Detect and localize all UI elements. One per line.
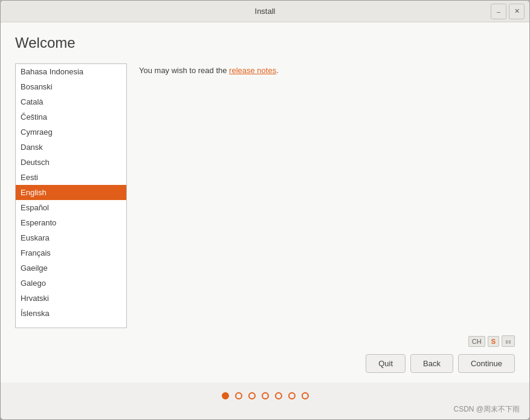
language-item-gaeilge[interactable]: Gaeilge	[16, 260, 126, 276]
language-item-bahasa-indonesia[interactable]: Bahasa Indonesia	[16, 64, 126, 79]
language-item-catala[interactable]: Català	[16, 94, 126, 109]
progress-dot-3	[262, 392, 269, 399]
window-title: Install	[255, 7, 276, 16]
language-item-eesti[interactable]: Eesti	[16, 170, 126, 185]
bottom-area: CH S ⚏ Quit Back Continue	[15, 328, 515, 373]
main-area: Bahasa IndonesiaBosanskiCatalàČeštinaCym…	[15, 63, 515, 328]
language-item-hrvatski[interactable]: Hrvatski	[16, 291, 126, 306]
window-controls: – ✕	[491, 4, 525, 19]
language-item-deutsch[interactable]: Deutsch	[16, 155, 126, 170]
language-item-cestina[interactable]: Čeština	[16, 109, 126, 124]
language-item-espanol[interactable]: Español	[16, 200, 126, 215]
ch-icon[interactable]: CH	[468, 336, 485, 347]
grid-icon[interactable]: ⚏	[502, 335, 515, 347]
main-content: Welcome Bahasa IndonesiaBosanskiCatalàČe…	[1, 22, 529, 383]
taskbar-icons: CH S ⚏	[468, 335, 515, 347]
info-text-after: .	[276, 66, 279, 75]
right-panel: You may wish to read the release notes.	[139, 63, 515, 328]
minimize-button[interactable]: –	[491, 4, 506, 19]
progress-dot-5	[288, 392, 296, 399]
info-text-before: You may wish to read the	[139, 66, 229, 75]
page-title: Welcome	[15, 34, 515, 51]
progress-dot-4	[275, 392, 282, 399]
close-icon: ✕	[514, 7, 520, 15]
progress-dot-1	[235, 392, 242, 399]
language-list[interactable]: Bahasa IndonesiaBosanskiCatalàČeštinaCym…	[15, 63, 127, 328]
progress-dot-2	[248, 392, 256, 399]
close-button[interactable]: ✕	[509, 4, 525, 19]
s-icon[interactable]: S	[488, 336, 499, 347]
progress-dots	[1, 383, 529, 404]
language-item-bosanski[interactable]: Bosanski	[16, 79, 126, 94]
language-item-english[interactable]: English	[16, 185, 126, 200]
quit-button[interactable]: Quit	[366, 354, 406, 373]
titlebar: Install – ✕	[1, 1, 529, 22]
language-item-euskara[interactable]: Euskara	[16, 230, 126, 245]
info-text: You may wish to read the release notes.	[139, 66, 515, 75]
language-item-cymraeg[interactable]: Cymraeg	[16, 124, 126, 140]
progress-dot-6	[302, 392, 309, 399]
language-item-galego[interactable]: Galego	[16, 276, 126, 291]
watermark: CSDN @周末不下雨	[1, 404, 529, 419]
language-item-francais[interactable]: Français	[16, 245, 126, 260]
install-window: Install – ✕ Welcome Bahasa IndonesiaBosa…	[0, 0, 530, 420]
continue-button[interactable]: Continue	[458, 354, 515, 373]
release-notes-link[interactable]: release notes	[229, 66, 276, 75]
back-button[interactable]: Back	[410, 354, 453, 373]
minimize-icon: –	[497, 8, 500, 15]
language-item-islenska[interactable]: Íslenska	[16, 306, 126, 321]
progress-dot-0	[222, 392, 229, 399]
language-item-esperanto[interactable]: Esperanto	[16, 215, 126, 230]
buttons-row: Quit Back Continue	[366, 354, 515, 373]
language-item-dansk[interactable]: Dansk	[16, 140, 126, 155]
